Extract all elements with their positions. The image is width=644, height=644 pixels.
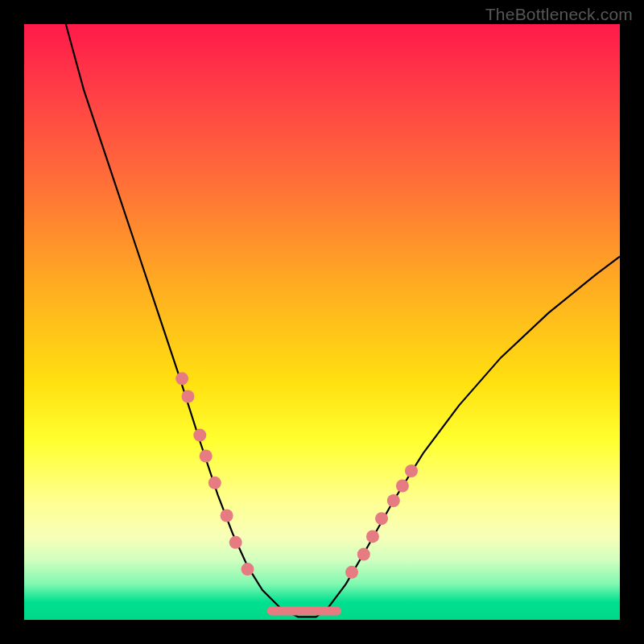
bottleneck-curve [66,24,620,617]
marker-dot [229,536,242,549]
marker-dot [345,566,358,579]
marker-dot [357,548,370,561]
marker-dot [200,450,213,463]
marker-dot [242,563,254,576]
chart-svg [24,24,620,620]
marker-dot [405,464,418,477]
marker-dot [387,494,400,507]
marker-dot [175,372,188,385]
marker-dot [208,477,221,489]
marker-dot [396,480,409,493]
marker-dot [221,510,233,522]
marker-dot [182,390,195,403]
marker-dot [366,530,379,543]
marker-dot [193,429,206,442]
watermark-text: TheBottleneck.com [485,5,633,24]
marker-dot [375,512,388,525]
chart-area [24,24,620,620]
